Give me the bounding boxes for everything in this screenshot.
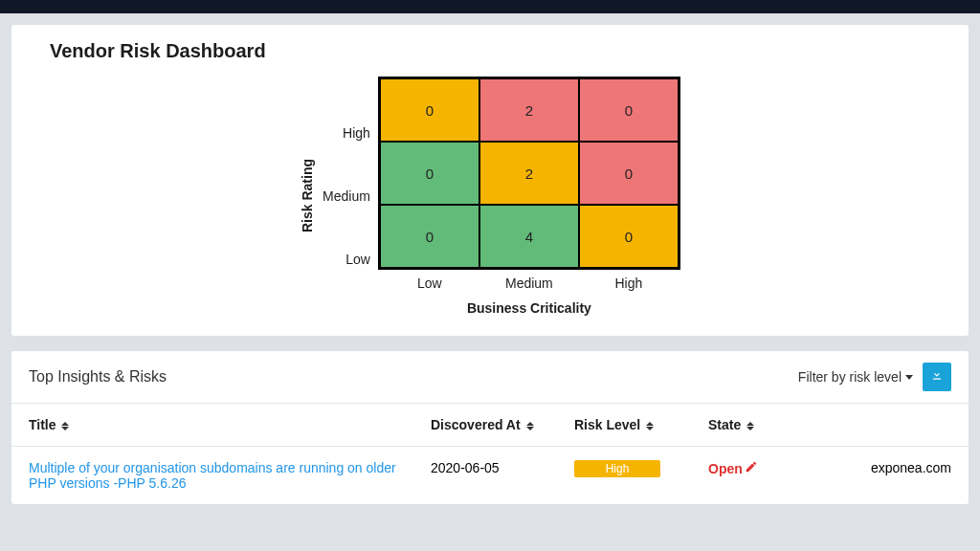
y-axis-ticks: High Medium Low	[323, 101, 370, 291]
matrix-cell[interactable]: 0	[380, 205, 479, 268]
filter-label: Filter by risk level	[798, 369, 902, 385]
x-axis-ticks: Low Medium High	[380, 276, 679, 291]
top-risks-card: Top Insights & Risks Filter by risk leve…	[11, 351, 969, 504]
risk-title-link[interactable]: Multiple of your organisation subdomains…	[29, 460, 396, 491]
risk-level-badge: High	[574, 460, 660, 477]
risks-section-title: Top Insights & Risks	[29, 368, 167, 386]
sort-icon	[646, 422, 654, 430]
y-axis-label: Risk Rating	[300, 159, 315, 232]
col-title[interactable]: Title	[11, 404, 413, 447]
sort-icon	[746, 422, 754, 430]
domain-cell: exponea.com	[825, 447, 969, 505]
x-tick-medium: Medium	[479, 276, 579, 291]
download-button[interactable]	[923, 363, 951, 391]
discovered-at: 2020-06-05	[413, 447, 557, 505]
matrix-cell[interactable]: 0	[579, 142, 679, 205]
page-title: Vendor Risk Dashboard	[50, 40, 947, 62]
risks-table: Title Discovered At Risk Level State	[11, 404, 969, 504]
col-state[interactable]: State	[691, 404, 825, 447]
chevron-down-icon	[905, 375, 913, 380]
risk-matrix: Risk Rating High Medium Low 020020040 Lo…	[33, 72, 947, 320]
y-tick-high: High	[323, 101, 370, 165]
table-row: Multiple of your organisation subdomains…	[11, 447, 969, 505]
matrix-grid: 020020040	[378, 77, 680, 270]
risk-matrix-card: Vendor Risk Dashboard Risk Rating High M…	[11, 25, 969, 336]
x-axis-label: Business Criticality	[467, 300, 591, 316]
col-risk-level[interactable]: Risk Level	[557, 404, 691, 447]
x-tick-high: High	[579, 276, 679, 291]
y-tick-medium: Medium	[323, 165, 370, 228]
y-tick-low: Low	[323, 228, 370, 291]
col-discovered[interactable]: Discovered At	[413, 404, 557, 447]
matrix-cell[interactable]: 0	[380, 78, 479, 142]
sort-icon	[61, 422, 69, 430]
matrix-cell[interactable]: 0	[380, 142, 479, 205]
matrix-cell[interactable]: 2	[479, 142, 579, 205]
filter-by-risk-level-dropdown[interactable]: Filter by risk level	[798, 369, 913, 385]
col-domain	[825, 404, 969, 447]
x-tick-low: Low	[380, 276, 479, 291]
download-icon	[930, 368, 944, 386]
sort-icon	[526, 422, 534, 430]
matrix-cell[interactable]: 4	[479, 205, 579, 268]
matrix-cell[interactable]: 2	[479, 78, 579, 142]
state-open[interactable]: Open	[708, 460, 758, 476]
edit-icon	[745, 460, 758, 476]
matrix-cell[interactable]: 0	[579, 78, 679, 142]
matrix-cell[interactable]: 0	[579, 205, 679, 268]
